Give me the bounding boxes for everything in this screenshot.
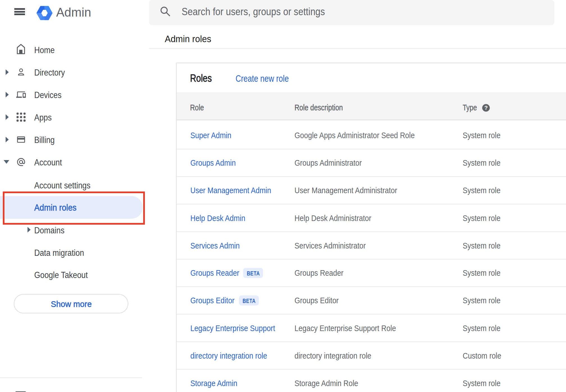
- svg-text:?: ?: [484, 105, 488, 111]
